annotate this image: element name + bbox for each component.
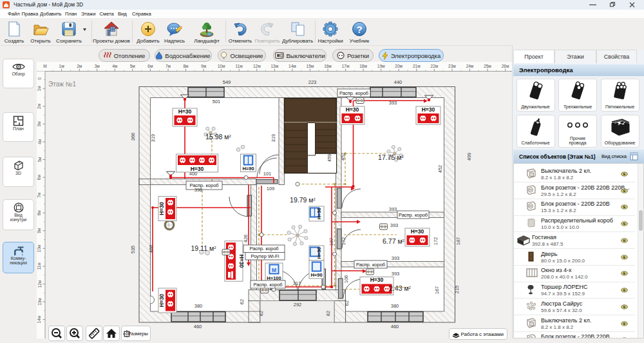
- svg-text:H=30: H=30: [238, 255, 245, 268]
- svg-text:Распр. короб: Распр. короб: [249, 246, 278, 251]
- svg-text:7м: 7м: [37, 192, 42, 198]
- svg-text:9м: 9м: [201, 64, 207, 68]
- svg-text:62: 62: [344, 300, 350, 306]
- svg-text:187: 187: [455, 237, 461, 246]
- svg-text:11м: 11м: [37, 262, 42, 270]
- svg-text:13м: 13м: [270, 64, 278, 68]
- svg-text:319: 319: [150, 134, 156, 142]
- svg-text:11м: 11м: [236, 64, 243, 68]
- svg-text:8м: 8м: [37, 210, 42, 216]
- svg-text:1м: 1м: [59, 64, 65, 68]
- svg-text:223: 223: [308, 79, 317, 85]
- svg-text:21м: 21м: [413, 64, 421, 68]
- svg-text:?: ?: [356, 24, 362, 35]
- svg-text:М: М: [43, 64, 46, 68]
- svg-text:393: 393: [392, 255, 400, 261]
- svg-text:Распр. короб: Распр. короб: [253, 282, 282, 288]
- svg-text:10м: 10м: [37, 244, 42, 252]
- svg-text:9м: 9м: [37, 228, 42, 233]
- svg-text:H=30: H=30: [346, 106, 359, 113]
- svg-text:H=30: H=30: [422, 106, 435, 113]
- svg-text:393: 393: [389, 100, 397, 106]
- svg-text:H=90: H=90: [242, 166, 254, 172]
- svg-text:13м: 13м: [37, 298, 42, 306]
- svg-text:499: 499: [466, 153, 472, 161]
- svg-text:M: M: [272, 267, 276, 273]
- svg-text:187: 187: [328, 238, 334, 246]
- svg-text:20м: 20м: [395, 64, 402, 68]
- svg-text:3м: 3м: [37, 121, 42, 127]
- svg-text:101: 101: [263, 171, 272, 177]
- svg-text:459: 459: [327, 154, 332, 162]
- svg-text:Распр. короб: Распр. короб: [339, 90, 368, 96]
- svg-text:167: 167: [434, 286, 440, 295]
- svg-text:6м: 6м: [147, 64, 153, 68]
- svg-text:26м: 26м: [502, 64, 509, 68]
- svg-text:Роутер Wi-Fi: Роутер Wi-Fi: [251, 253, 279, 259]
- svg-text:19м: 19м: [377, 64, 385, 68]
- svg-text:7м: 7м: [166, 64, 171, 68]
- svg-text:501: 501: [213, 99, 221, 104]
- svg-text:25м: 25м: [484, 64, 491, 68]
- svg-text:22м: 22м: [431, 64, 439, 68]
- svg-text:380: 380: [391, 303, 399, 309]
- svg-text:440: 440: [394, 79, 402, 85]
- svg-text:109: 109: [267, 186, 275, 191]
- svg-text:H=90: H=90: [310, 272, 322, 278]
- svg-text:2м: 2м: [37, 103, 42, 109]
- svg-text:393: 393: [390, 222, 399, 228]
- svg-text:19.11 м2: 19.11 м2: [191, 244, 217, 252]
- svg-text:393: 393: [392, 271, 400, 277]
- svg-text:4м: 4м: [112, 64, 118, 68]
- svg-text:82: 82: [325, 311, 331, 316]
- svg-text:17.75 м2: 17.75 м2: [378, 153, 404, 161]
- svg-text:172: 172: [433, 237, 439, 246]
- svg-text:H=30: H=30: [178, 108, 192, 115]
- svg-text:2м: 2м: [77, 64, 82, 68]
- svg-text:Распр. короб: Распр. короб: [399, 212, 428, 218]
- svg-text:426: 426: [243, 235, 249, 243]
- svg-text:6.77 м2: 6.77 м2: [383, 237, 405, 245]
- svg-text:215: 215: [454, 286, 460, 294]
- svg-text:62: 62: [239, 299, 245, 304]
- svg-text:3м: 3м: [95, 64, 100, 68]
- svg-text:292: 292: [294, 302, 302, 308]
- svg-text:398: 398: [194, 187, 203, 193]
- svg-text:H=30: H=30: [158, 202, 165, 215]
- svg-text:8м: 8м: [183, 64, 189, 68]
- svg-text:5м: 5м: [130, 64, 136, 68]
- svg-text:460: 460: [391, 324, 399, 329]
- svg-text:14м: 14м: [37, 315, 42, 323]
- svg-text:380: 380: [194, 303, 203, 309]
- svg-text:1м: 1м: [37, 86, 42, 92]
- svg-text:10м: 10м: [218, 64, 225, 68]
- svg-text:5м: 5м: [37, 157, 42, 162]
- svg-text:Распр. короб: Распр. короб: [356, 262, 385, 268]
- svg-text:H=90: H=90: [316, 208, 322, 219]
- svg-text:16м: 16м: [324, 64, 332, 68]
- svg-text:319: 319: [270, 134, 276, 142]
- svg-text:23м: 23м: [448, 64, 456, 68]
- svg-text:4м: 4м: [37, 139, 42, 144]
- svg-text:19.79 м2: 19.79 м2: [290, 196, 316, 204]
- svg-text:2.43 м2: 2.43 м2: [389, 284, 412, 292]
- svg-text:12м: 12м: [37, 280, 42, 288]
- svg-text:0: 0: [37, 77, 42, 80]
- svg-text:400: 400: [189, 171, 198, 177]
- svg-text:460: 460: [194, 324, 202, 329]
- svg-text:17м: 17м: [342, 64, 350, 68]
- svg-text:172: 172: [341, 237, 346, 246]
- svg-text:H=30: H=30: [158, 293, 165, 307]
- svg-text:18м: 18м: [359, 64, 367, 68]
- svg-text:Этаж №1: Этаж №1: [48, 81, 76, 88]
- svg-text:82: 82: [258, 311, 264, 316]
- svg-text:393: 393: [389, 206, 397, 212]
- svg-text:12м: 12м: [253, 64, 261, 68]
- svg-text:549: 549: [223, 79, 231, 85]
- svg-text:106: 106: [343, 275, 349, 284]
- svg-text:452: 452: [340, 153, 346, 161]
- svg-text:H=30: H=30: [411, 228, 424, 235]
- svg-text:H=90: H=90: [316, 247, 322, 259]
- svg-text:15м: 15м: [307, 64, 314, 68]
- svg-text:366: 366: [130, 133, 136, 141]
